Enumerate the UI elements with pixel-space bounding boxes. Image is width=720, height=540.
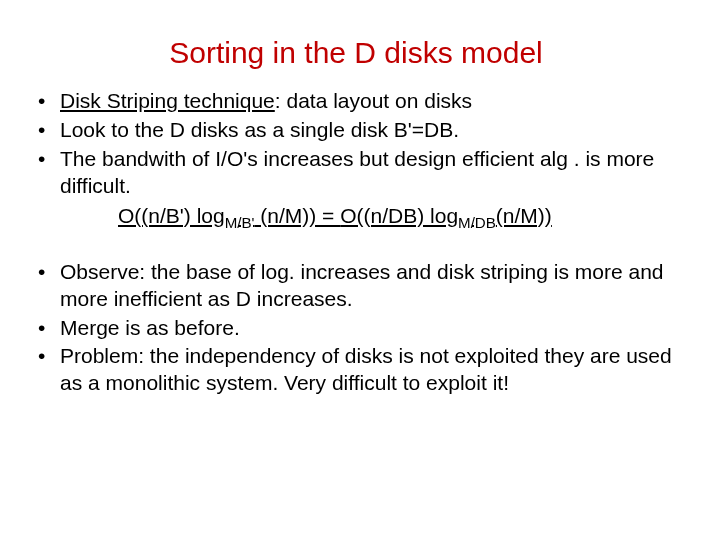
formula-subscript: M/DB: [458, 214, 496, 231]
formula-part: (n/M)) =: [254, 204, 340, 227]
spacer: [28, 231, 684, 259]
formula-lhs: O((n/B') logM/B' (n/M)) =: [118, 204, 340, 227]
slide: Sorting in the D disks model Disk Stripi…: [0, 0, 720, 540]
formula-part: O((n/B') log: [118, 204, 225, 227]
bullet-text: : data layout on disks: [275, 89, 472, 112]
bullet-group-2: Observe: the base of log. increases and …: [28, 259, 684, 397]
bullet-item: Disk Striping technique: data layout on …: [36, 88, 676, 115]
formula-part: (n/M)): [496, 204, 552, 227]
slide-title: Sorting in the D disks model: [28, 36, 684, 70]
bullet-item: Look to the D disks as a single disk B'=…: [36, 117, 676, 144]
bullet-text: Observe: the base of log. increases and …: [60, 260, 663, 310]
formula-subscript: M/B': [225, 214, 255, 231]
formula: O((n/B') logM/B' (n/M)) = O((n/DB) logM/…: [28, 202, 684, 229]
bullet-item: Observe: the base of log. increases and …: [36, 259, 676, 313]
bullet-text: The bandwith of I/O's increases but desi…: [60, 147, 654, 197]
bullet-text: Problem: the independency of disks is no…: [60, 344, 672, 394]
formula-part: O((n/DB) log: [340, 204, 458, 227]
bullet-item: Problem: the independency of disks is no…: [36, 343, 676, 397]
formula-rhs: O((n/DB) logM/DB(n/M)): [340, 204, 552, 227]
bullet-group-1: Disk Striping technique: data layout on …: [28, 88, 684, 200]
bullet-prefix: Disk Striping technique: [60, 89, 275, 112]
bullet-item: The bandwith of I/O's increases but desi…: [36, 146, 676, 200]
bullet-item: Merge is as before.: [36, 315, 676, 342]
bullet-text: Look to the D disks as a single disk B'=…: [60, 118, 459, 141]
bullet-text: Merge is as before.: [60, 316, 240, 339]
